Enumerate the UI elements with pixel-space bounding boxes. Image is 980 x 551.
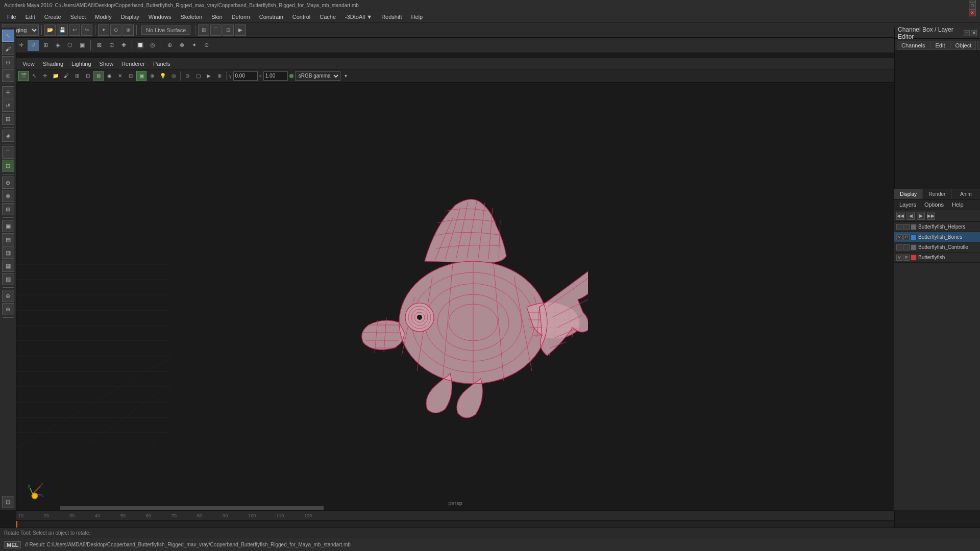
layer-5-btn[interactable]: ▧ xyxy=(2,273,14,285)
vp-render-2-btn[interactable]: ▶ xyxy=(204,71,214,81)
menu-item-skeleton[interactable]: Skeleton xyxy=(176,13,206,21)
layer-item-fish[interactable]: V P Butterflyfish xyxy=(894,253,980,263)
layer-vis-bones[interactable]: V xyxy=(896,234,902,240)
menu-item-help[interactable]: Help xyxy=(407,13,427,21)
vp-x-btn[interactable]: ✕ xyxy=(115,71,125,81)
viewport-view-menu[interactable]: View xyxy=(19,60,38,67)
menu-item-control[interactable]: Control xyxy=(288,13,314,21)
snap-curve-btn[interactable]: ⌒ xyxy=(210,24,222,36)
channels-tab[interactable]: Channels xyxy=(897,41,929,50)
snap-surface-btn[interactable]: ⊠ xyxy=(93,40,105,51)
show-manip-left-btn[interactable]: ◈ xyxy=(2,130,14,142)
universal-tool-btn[interactable]: ◈ xyxy=(52,40,63,51)
layers-sub-tab[interactable]: Layers xyxy=(896,201,919,209)
select-mode-btn[interactable]: ↖ xyxy=(2,30,14,42)
paint-select-btn[interactable]: 🖌 xyxy=(2,43,14,55)
close-button[interactable]: ✕ xyxy=(969,9,976,16)
viewport-shading-menu[interactable]: Shading xyxy=(40,60,66,67)
vp-texture-btn[interactable]: ⊕ xyxy=(147,71,157,81)
layer-p-helpers[interactable] xyxy=(903,224,910,230)
layer-item-helpers[interactable]: Butterflyfish_Helpers xyxy=(894,222,980,232)
viewport-lighting-menu[interactable]: Lighting xyxy=(68,60,94,67)
vp-grid-btn[interactable]: ⊠ xyxy=(93,71,104,81)
render-tab[interactable]: Render xyxy=(923,189,951,199)
xray-btn[interactable]: 🔲 xyxy=(135,40,146,51)
misc-bottom-btn[interactable]: ⊡ xyxy=(2,496,14,508)
save-file-btn[interactable]: 💾 xyxy=(57,24,68,36)
menu-item-redshift[interactable]: Redshift xyxy=(377,13,406,21)
vp-light-btn[interactable]: 💡 xyxy=(158,71,168,81)
layer-vis-controller[interactable] xyxy=(896,244,902,251)
vp-hud-btn[interactable]: ⊕ xyxy=(214,71,225,81)
curve-tool-btn[interactable]: ⌒ xyxy=(2,146,14,159)
layer-vis-helpers[interactable] xyxy=(896,224,902,230)
scale-tool-btn[interactable]: ⊞ xyxy=(40,40,51,51)
ik-tool-btn[interactable]: ⊗ xyxy=(2,190,14,202)
object-tab[interactable]: Object xyxy=(950,41,976,50)
vp-paint-btn[interactable]: 🖌 xyxy=(61,71,71,81)
layer-p-bones[interactable]: P xyxy=(903,234,910,240)
joint-tool-btn[interactable]: ⊕ xyxy=(2,177,14,189)
layer-item-bones[interactable]: V P Butterflyfish_Bones xyxy=(894,232,980,242)
lasso-select-btn[interactable]: ⊙ xyxy=(2,56,14,68)
menu-item-display[interactable]: Display xyxy=(117,13,143,21)
viewport-panels-menu[interactable]: Panels xyxy=(150,60,174,67)
paint-btn[interactable]: ⊕ xyxy=(122,24,134,36)
layer-prev-btn[interactable]: ◀ xyxy=(906,212,915,220)
wireframe-btn[interactable]: ◎ xyxy=(147,40,158,51)
panel-minimize-btn[interactable]: ─ xyxy=(964,30,970,36)
move-obj-btn[interactable]: ✛ xyxy=(2,86,14,98)
skin-btn[interactable]: ⊡ xyxy=(2,160,14,172)
snap-grid-btn[interactable]: ⊞ xyxy=(198,24,209,36)
vp-color-btn[interactable]: ▾ xyxy=(341,71,351,81)
vp-smooth-btn[interactable]: ⊡ xyxy=(126,71,136,81)
rotate-tool-btn[interactable]: ↺ xyxy=(28,40,39,51)
lasso-btn[interactable]: ⊙ xyxy=(110,24,121,36)
show-tab[interactable]: Show xyxy=(977,41,980,50)
vp-cam-btn[interactable]: 🎬 xyxy=(18,71,29,81)
layer-next-btn[interactable]: ▶ xyxy=(917,212,925,220)
show-manip-btn[interactable]: ▣ xyxy=(77,40,88,51)
vp-select-btn[interactable]: ↖ xyxy=(29,71,39,81)
menu-item-edit[interactable]: Edit xyxy=(21,13,39,21)
edit-tab[interactable]: Edit xyxy=(930,41,949,50)
vp-focus-btn[interactable]: ⊙ xyxy=(182,71,192,81)
viewport-renderer-menu[interactable]: Renderer xyxy=(118,60,148,67)
menu-item-select[interactable]: Select xyxy=(66,13,90,21)
gamma-input[interactable] xyxy=(233,71,258,81)
layer-3-btn[interactable]: ▥ xyxy=(2,246,14,259)
vp-display-1-btn[interactable]: ⊞ xyxy=(72,71,82,81)
misc-1-btn[interactable]: ⊕ xyxy=(2,290,14,302)
magnet-btn[interactable]: ✚ xyxy=(118,40,129,51)
rotate-obj-btn[interactable]: ↺ xyxy=(2,99,14,112)
layer-1-btn[interactable]: ▣ xyxy=(2,220,14,232)
layer-4-btn[interactable]: ▦ xyxy=(2,260,14,272)
fish-model[interactable]: .fish-fill { fill: #c8a0a8; opacity: 0.8… xyxy=(323,174,588,419)
undo-btn[interactable]: ↩ xyxy=(69,24,80,36)
viewport-show-menu[interactable]: Show xyxy=(96,60,117,67)
component-2-btn[interactable]: ⊗ xyxy=(176,40,187,51)
soft-mod-btn[interactable]: ⬡ xyxy=(64,40,76,51)
canvas-area[interactable]: .fish-fill { fill: #c8a0a8; opacity: 0.8… xyxy=(16,84,894,510)
redo-btn[interactable]: ↪ xyxy=(81,24,92,36)
multiplier-input[interactable] xyxy=(263,71,288,81)
menu-item-skin[interactable]: Skin xyxy=(207,13,226,21)
menu-item-3dtoall[interactable]: -3DtoAll ▼ xyxy=(341,13,376,21)
menu-item-file[interactable]: File xyxy=(3,13,20,21)
soft-select-btn[interactable]: ◎ xyxy=(2,69,14,82)
open-file-btn[interactable]: 📂 xyxy=(44,24,56,36)
help-sub-tab[interactable]: Help xyxy=(949,201,967,209)
layer-last-btn[interactable]: ▶▶ xyxy=(927,212,935,220)
vp-shadow-btn[interactable]: ◎ xyxy=(168,71,179,81)
menu-item-cache[interactable]: Cache xyxy=(315,13,340,21)
snap-point-btn[interactable]: ⊡ xyxy=(223,24,234,36)
vp-wireframe-btn[interactable]: ◉ xyxy=(104,71,114,81)
layer-vis-fish[interactable]: V xyxy=(896,255,902,261)
vp-move-btn[interactable]: ✛ xyxy=(40,71,50,81)
layer-item-controller[interactable]: Butterflyfish_Controlle xyxy=(894,242,980,253)
maximize-button[interactable]: □ xyxy=(969,2,976,9)
viewport-scrollbar[interactable] xyxy=(16,506,894,510)
scale-obj-btn[interactable]: ⊞ xyxy=(2,113,14,125)
component-1-btn[interactable]: ⊕ xyxy=(164,40,175,51)
anim-tab[interactable]: Anim xyxy=(952,189,980,199)
